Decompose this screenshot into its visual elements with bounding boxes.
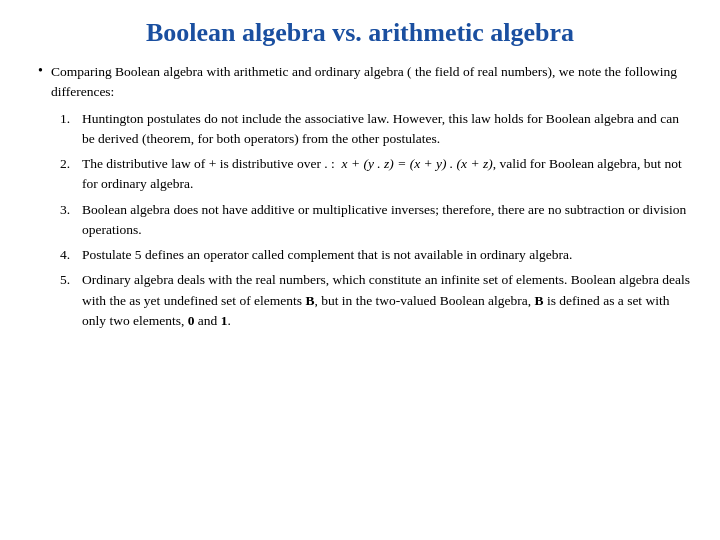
content-area: • Comparing Boolean algebra with arithme… (28, 62, 692, 331)
list-num-5: 5. (60, 270, 82, 290)
list-text-1: Huntington postulates do not include the… (82, 109, 692, 150)
page-container: Boolean algebra vs. arithmetic algebra •… (0, 0, 720, 540)
list-item: 5. Ordinary algebra deals with the real … (60, 270, 692, 331)
list-text-4: Postulate 5 defines an operator called c… (82, 245, 692, 265)
list-item: 1. Huntington postulates do not include … (60, 109, 692, 150)
list-item: 3. Boolean algebra does not have additiv… (60, 200, 692, 241)
list-text-3: Boolean algebra does not have additive o… (82, 200, 692, 241)
intro-text: Comparing Boolean algebra with arithmeti… (51, 62, 692, 103)
intro-section: • Comparing Boolean algebra with arithme… (38, 62, 692, 103)
list-text-2: The distributive law of + is distributiv… (82, 154, 692, 195)
list-num-4: 4. (60, 245, 82, 265)
bold-B-2: B (535, 293, 544, 308)
math-expression: x + (y . z) = (x + y) . (x + z) (342, 156, 493, 171)
bold-0: 0 (188, 313, 195, 328)
bullet-point: • (38, 63, 43, 79)
list-text-5: Ordinary algebra deals with the real num… (82, 270, 692, 331)
page-title: Boolean algebra vs. arithmetic algebra (28, 18, 692, 48)
list-item: 4. Postulate 5 defines an operator calle… (60, 245, 692, 265)
list-num-1: 1. (60, 109, 82, 129)
list-item: 2. The distributive law of + is distribu… (60, 154, 692, 195)
list-num-2: 2. (60, 154, 82, 174)
numbered-list: 1. Huntington postulates do not include … (60, 109, 692, 332)
bold-1: 1 (221, 313, 228, 328)
bold-B-1: B (305, 293, 314, 308)
list-num-3: 3. (60, 200, 82, 220)
